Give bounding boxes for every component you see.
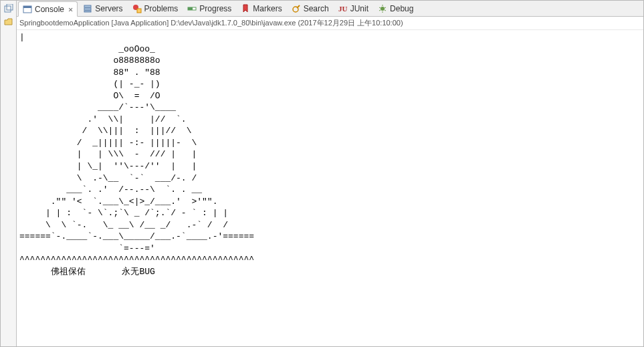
tab-label: Progress <box>199 4 231 13</box>
tab-servers[interactable]: Servers <box>79 1 126 16</box>
tab-label: Markers <box>253 4 282 13</box>
svg-line-16 <box>379 10 381 11</box>
tab-search[interactable]: Search <box>288 1 333 16</box>
tab-junit[interactable]: JU JUnit <box>334 1 372 16</box>
console-icon <box>23 5 32 14</box>
markers-icon <box>241 4 250 13</box>
problems-icon <box>132 4 142 13</box>
tab-debug[interactable]: Debug <box>374 1 417 16</box>
junit-icon: JU <box>338 4 348 13</box>
tab-progress[interactable]: Progress <box>183 1 235 16</box>
console-header: SpringbootdemoApplication [Java Applicat… <box>17 17 643 30</box>
svg-rect-4 <box>84 5 91 7</box>
console-header-text: SpringbootdemoApplication [Java Applicat… <box>19 19 403 27</box>
tab-markers[interactable]: Markers <box>237 1 286 16</box>
svg-rect-6 <box>84 11 91 12</box>
search-icon <box>292 4 301 13</box>
svg-rect-3 <box>23 6 31 8</box>
svg-point-12 <box>381 7 385 11</box>
svg-line-15 <box>385 7 386 8</box>
folder-icon[interactable] <box>3 17 14 27</box>
svg-point-11 <box>293 7 298 12</box>
tab-problems[interactable]: Problems <box>128 1 183 16</box>
main-area: Console ✕ Servers <box>17 1 643 346</box>
svg-rect-5 <box>84 8 91 10</box>
tab-label: Servers <box>95 4 122 13</box>
progress-icon <box>187 4 197 13</box>
close-icon[interactable]: ✕ <box>68 5 73 14</box>
tab-label: Problems <box>144 4 179 13</box>
tab-label: Debug <box>390 4 413 13</box>
app-window: Console ✕ Servers <box>0 0 644 347</box>
restore-view-icon[interactable] <box>3 3 14 14</box>
left-toolbar <box>1 1 17 346</box>
svg-rect-10 <box>188 7 193 10</box>
tab-label: Console <box>35 5 64 14</box>
servers-icon <box>83 4 92 13</box>
svg-line-14 <box>379 7 381 8</box>
tab-label: Search <box>304 4 329 13</box>
svg-rect-8 <box>137 9 141 13</box>
tab-bar: Console ✕ Servers <box>17 1 643 17</box>
debug-icon <box>378 4 387 13</box>
tab-label: JUnit <box>350 4 368 13</box>
tab-console[interactable]: Console ✕ <box>18 1 78 17</box>
svg-rect-0 <box>5 6 11 12</box>
console-output[interactable]: | _ooOoo_ o8888888o 88" . "88 (| -_- |) … <box>17 30 643 346</box>
svg-rect-1 <box>7 4 13 10</box>
svg-line-17 <box>385 10 386 11</box>
